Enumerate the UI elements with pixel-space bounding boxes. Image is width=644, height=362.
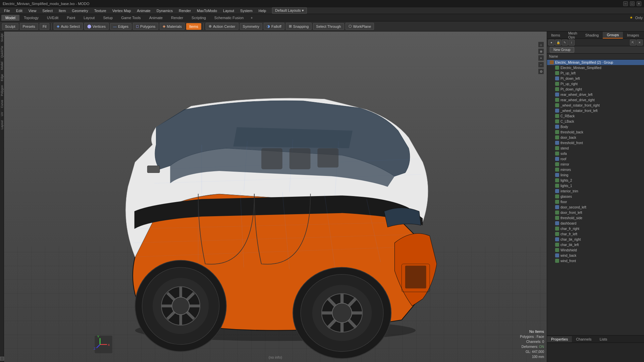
list-item[interactable]: mirror bbox=[547, 162, 644, 167]
scene-list[interactable]: Electric_Minivan_Simplified (2) · GroupE… bbox=[547, 60, 644, 335]
list-item[interactable]: char_bk_left bbox=[547, 242, 644, 247]
list-item[interactable]: door_back bbox=[547, 135, 644, 140]
menu-vertex-map[interactable]: Vertex Map bbox=[110, 8, 134, 13]
list-item[interactable]: Pt_up_right bbox=[547, 81, 644, 86]
materials-button[interactable]: ◈ Materials bbox=[160, 23, 185, 30]
lvt-layout[interactable]: Layout bbox=[0, 118, 4, 131]
symmetry-button[interactable]: Symmetry bbox=[240, 23, 263, 30]
menu-geometry[interactable]: Geometry bbox=[69, 8, 91, 13]
fil-button[interactable]: Fil bbox=[40, 23, 50, 30]
tab-model[interactable]: Model bbox=[1, 15, 19, 21]
menu-dynamics[interactable]: Dynamics bbox=[154, 8, 175, 13]
lvt-model[interactable]: Model bbox=[0, 60, 4, 72]
rt-close-icon[interactable]: ✕ bbox=[637, 40, 643, 46]
list-item[interactable]: C_LBack bbox=[547, 119, 644, 124]
lvt-edge[interactable]: Edge bbox=[0, 72, 4, 83]
default-layouts-dropdown[interactable]: Default Layouts ▾ bbox=[272, 7, 307, 14]
tab-properties[interactable]: Properties bbox=[547, 336, 572, 342]
menu-file[interactable]: File bbox=[1, 8, 13, 13]
rt-expand-icon[interactable]: ⇱ bbox=[630, 40, 636, 46]
tab-groups[interactable]: Groups bbox=[603, 32, 623, 39]
menu-layout[interactable]: Layout bbox=[220, 8, 237, 13]
list-item[interactable]: lining bbox=[547, 172, 644, 178]
tab-items[interactable]: Items bbox=[547, 32, 564, 38]
tab-uvedit[interactable]: UVEdit bbox=[43, 15, 62, 21]
work-plane-button[interactable]: ⬡ WorkPlane bbox=[345, 23, 374, 30]
edges-button[interactable]: — Edges bbox=[110, 23, 131, 30]
tab-layout[interactable]: Layout bbox=[79, 15, 99, 21]
tab-render[interactable]: Render bbox=[167, 15, 187, 21]
list-item[interactable]: lights_1 bbox=[547, 183, 644, 188]
tab-shading[interactable]: Shading bbox=[581, 32, 603, 38]
lvt-curve[interactable]: Curve bbox=[0, 98, 4, 110]
falloff-button[interactable]: ◑ Falloff bbox=[264, 23, 284, 30]
action-center-button[interactable]: ⊕ Action Center bbox=[206, 23, 238, 30]
list-item[interactable]: char_fr_right bbox=[547, 226, 644, 231]
list-item[interactable]: Body bbox=[547, 124, 644, 129]
star-icon[interactable]: ★ bbox=[630, 15, 633, 20]
list-item[interactable]: C_RBack bbox=[547, 113, 644, 119]
presets-button[interactable]: Presets bbox=[20, 23, 38, 30]
tab-images[interactable]: Images bbox=[623, 32, 643, 38]
tab-scripting[interactable]: Scripting bbox=[187, 15, 210, 21]
list-item[interactable]: rear_wheel_drive_left bbox=[547, 92, 644, 97]
list-item[interactable]: threshold_side bbox=[547, 215, 644, 221]
list-item[interactable]: _wheel_rotator_front_left bbox=[547, 108, 644, 113]
sculpt-button[interactable]: Sculpt bbox=[2, 23, 18, 30]
tab-game-tools[interactable]: Game Tools bbox=[117, 15, 145, 21]
add-tab-button[interactable]: + bbox=[248, 15, 255, 21]
lvt-uv[interactable]: UV bbox=[0, 110, 4, 118]
list-item[interactable]: Pt_up_left bbox=[547, 70, 644, 76]
rt-eye-icon[interactable]: ● bbox=[548, 40, 554, 46]
menu-maxtomodo[interactable]: MaxToModo bbox=[194, 8, 220, 13]
list-item[interactable]: sofa bbox=[547, 151, 644, 156]
viewport-zoom-in-icon[interactable]: + bbox=[538, 55, 544, 61]
list-item[interactable]: mirrors bbox=[547, 167, 644, 172]
list-item[interactable]: wind_front bbox=[547, 258, 644, 263]
maximize-button[interactable]: □ bbox=[630, 1, 635, 6]
list-item[interactable]: interior_trim bbox=[547, 188, 644, 194]
menu-system[interactable]: System bbox=[237, 8, 255, 13]
list-item[interactable]: Windshield bbox=[547, 247, 644, 253]
list-item[interactable]: threshold_front bbox=[547, 140, 644, 145]
viewport-settings-icon[interactable]: ⚙ bbox=[538, 68, 544, 74]
tab-channels[interactable]: Channels bbox=[572, 336, 595, 342]
auto-select-button[interactable]: ◈ Auto Select bbox=[54, 23, 83, 30]
snapping-button[interactable]: ⊞ Snapping bbox=[286, 23, 312, 30]
tab-setup[interactable]: Setup bbox=[99, 15, 117, 21]
list-item[interactable]: roof bbox=[547, 156, 644, 162]
menu-render[interactable]: Render bbox=[176, 8, 194, 13]
list-item[interactable]: char_fr_left bbox=[547, 231, 644, 237]
rt-edit-icon[interactable]: ✎ bbox=[562, 40, 568, 46]
list-item[interactable]: door_second_left bbox=[547, 204, 644, 210]
items-button[interactable]: Items bbox=[186, 23, 201, 30]
tab-schematic-fusion[interactable]: Schematic Fusion bbox=[210, 15, 248, 21]
list-item[interactable]: Pt_down_left bbox=[547, 76, 644, 81]
viewport-home-icon[interactable]: ⌂ bbox=[538, 42, 544, 48]
tab-lists[interactable]: Lists bbox=[596, 336, 611, 342]
window-controls[interactable]: ─ □ ✕ bbox=[623, 1, 641, 6]
tab-topology[interactable]: Topology bbox=[20, 15, 43, 21]
list-item[interactable]: stend bbox=[547, 145, 644, 151]
vertices-button[interactable]: ⬤ Vertices bbox=[84, 23, 109, 30]
list-item[interactable]: rear_wheel_drive_right bbox=[547, 97, 644, 103]
lvt-polygon[interactable]: Polygon bbox=[0, 83, 4, 98]
lvt-quicktie[interactable]: QuickTie bbox=[0, 44, 4, 60]
list-item[interactable]: door_front_left bbox=[547, 210, 644, 215]
close-button[interactable]: ✕ bbox=[637, 1, 641, 6]
menu-item[interactable]: Item bbox=[56, 8, 68, 13]
viewport-search-icon[interactable]: ⊕ bbox=[538, 48, 544, 54]
viewport[interactable]: Perspective Advanced Ray GL: Off bbox=[4, 32, 547, 362]
menu-view[interactable]: View bbox=[26, 8, 39, 13]
minimize-button[interactable]: ─ bbox=[623, 1, 628, 6]
menu-texture[interactable]: Texture bbox=[92, 8, 109, 13]
list-item[interactable]: wind_back bbox=[547, 253, 644, 258]
list-item[interactable]: Electric_Minivan_Simplified (2) · Group bbox=[547, 60, 644, 65]
list-item[interactable]: dashboard bbox=[547, 221, 644, 226]
polygons-button[interactable]: ◻ Polygons bbox=[133, 23, 158, 30]
tab-mesh-ops[interactable]: Mesh Ops bbox=[564, 30, 581, 40]
tab-animate[interactable]: Animate bbox=[145, 15, 167, 21]
list-item[interactable]: floor bbox=[547, 199, 644, 204]
collapse-icon[interactable] bbox=[0, 357, 4, 361]
list-item[interactable]: threshold_back bbox=[547, 129, 644, 135]
